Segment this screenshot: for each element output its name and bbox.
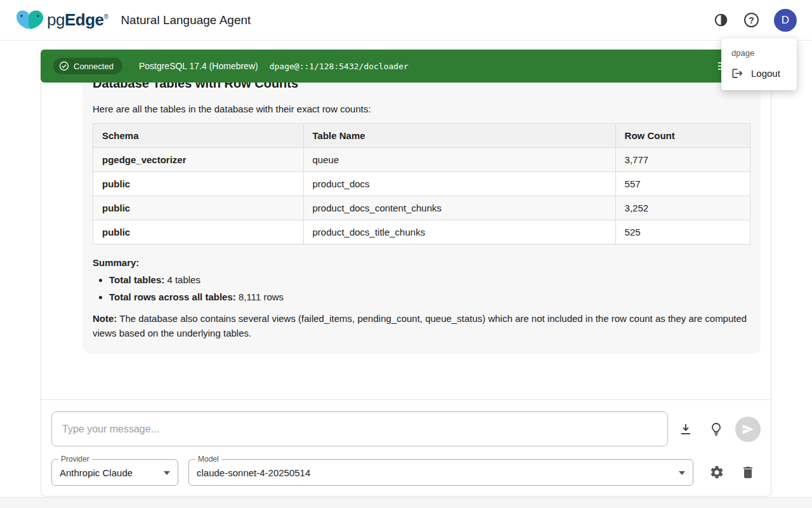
model-select-value: claude-sonnet-4-20250514 (197, 467, 310, 478)
cell-schema: public (93, 220, 304, 244)
provider-select-value: Anthropic Claude (60, 467, 133, 478)
column-header-schema: Schema (93, 124, 304, 148)
composer: Provider Anthropic Claude Model claude-s… (41, 400, 771, 496)
cell-row-count: 3,252 (615, 196, 750, 220)
send-icon (742, 423, 754, 436)
model-select-label: Model (195, 455, 221, 464)
user-menu-username: dpage (721, 43, 797, 62)
trash-icon (740, 465, 756, 480)
user-menu: dpage Logout (721, 38, 797, 90)
download-icon (678, 422, 693, 437)
table-row: public product_docs_content_chunks 3,252 (93, 196, 750, 220)
page-bottom-strip (0, 497, 812, 508)
connection-bar: Connected PostgreSQL 17.4 (Homebrew) dpa… (41, 50, 771, 83)
model-select[interactable]: Model claude-sonnet-4-20250514 (188, 459, 693, 486)
logo-registered-mark: ® (104, 13, 108, 20)
summary-label: Summary: (93, 257, 750, 268)
download-button[interactable] (673, 417, 698, 442)
assistant-message: Database Tables with Row Counts Here are… (82, 83, 761, 354)
list-item: Total tables: 4 tables (109, 274, 750, 285)
message-intro: Here are all the tables in the database … (93, 104, 750, 114)
cell-table-name: product_docs_content_chunks (303, 196, 615, 220)
help-button[interactable]: ? (744, 13, 759, 27)
clear-chat-button[interactable] (735, 460, 761, 485)
row-counts-table: Schema Table Name Row Count pgedge_vecto… (93, 123, 750, 244)
table-row: public product_docs_title_chunks 525 (93, 220, 750, 244)
logout-menu-item[interactable]: Logout (721, 62, 797, 85)
pgedge-logo[interactable]: pgEdge® (15, 8, 108, 32)
provider-select-label: Provider (58, 455, 92, 464)
chevron-down-icon (679, 471, 685, 475)
bullet-label: Total tables: (109, 274, 164, 285)
server-version: PostgreSQL 17.4 (Homebrew) (139, 61, 258, 71)
settings-button[interactable] (704, 460, 730, 485)
connection-status-label: Connected (74, 62, 114, 71)
app-header: pgEdge® Natural Language Agent ? D dpage (0, 0, 812, 41)
prompt-ideas-button[interactable] (704, 417, 729, 442)
composer-input-row (51, 411, 761, 446)
message-input[interactable] (51, 411, 668, 446)
cell-table-name: queue (303, 148, 615, 172)
bullet-label: Total rows across all tables: (109, 291, 236, 302)
table-row: public product_docs 557 (93, 172, 750, 196)
logo-text-pg: pg (47, 10, 65, 29)
cell-schema: public (93, 196, 304, 220)
cell-row-count: 557 (615, 172, 750, 196)
logo-text-edge: Edge (65, 10, 104, 29)
list-item: Total rows across all tables: 8,111 rows (109, 291, 750, 302)
note-text: The database also contains several views… (93, 313, 747, 338)
composer-settings-row: Provider Anthropic Claude Model claude-s… (51, 459, 761, 486)
logo-wordmark: pgEdge® (47, 10, 108, 30)
note-label: Note: (93, 313, 117, 324)
table-row: pgedge_vectorizer queue 3,777 (93, 148, 750, 172)
column-header-row-count: Row Count (615, 124, 750, 148)
gear-icon (709, 465, 724, 480)
provider-select[interactable]: Provider Anthropic Claude (51, 459, 178, 486)
brightness-icon (713, 12, 729, 28)
help-icon: ? (744, 13, 759, 27)
table-header-row: Schema Table Name Row Count (93, 124, 750, 148)
message-heading: Database Tables with Row Counts (93, 83, 750, 91)
cell-table-name: product_docs (303, 172, 615, 196)
cell-table-name: product_docs_title_chunks (303, 220, 615, 244)
bullet-value: 8,111 rows (239, 291, 284, 302)
summary-list: Total tables: 4 tables Total rows across… (109, 274, 750, 302)
chat-panel: Database Tables with Row Counts Here are… (41, 83, 771, 497)
lightbulb-icon (709, 422, 724, 437)
send-button[interactable] (735, 417, 761, 442)
column-header-table-name: Table Name (303, 124, 615, 148)
chevron-down-icon (164, 471, 170, 475)
avatar-button[interactable]: D (774, 9, 797, 32)
cell-schema: pgedge_vectorizer (93, 148, 304, 172)
connection-string: dpage@::1/128:5432/docloader (270, 62, 409, 71)
bullet-value: 4 tables (167, 274, 200, 285)
page-title: Natural Language Agent (121, 13, 251, 27)
message-note: Note: The database also contains several… (93, 311, 750, 341)
logout-icon (731, 67, 743, 79)
connection-status-badge: Connected (53, 58, 122, 74)
logout-label: Logout (751, 68, 780, 79)
theme-toggle-button[interactable] (713, 12, 729, 28)
check-circle-icon (59, 61, 69, 71)
cell-schema: public (93, 172, 304, 196)
chat-scroll-area[interactable]: Database Tables with Row Counts Here are… (41, 83, 771, 400)
cell-row-count: 3,777 (615, 148, 750, 172)
pgedge-logo-icon (15, 8, 44, 32)
cell-row-count: 525 (615, 220, 750, 244)
header-actions: ? D (713, 9, 797, 32)
